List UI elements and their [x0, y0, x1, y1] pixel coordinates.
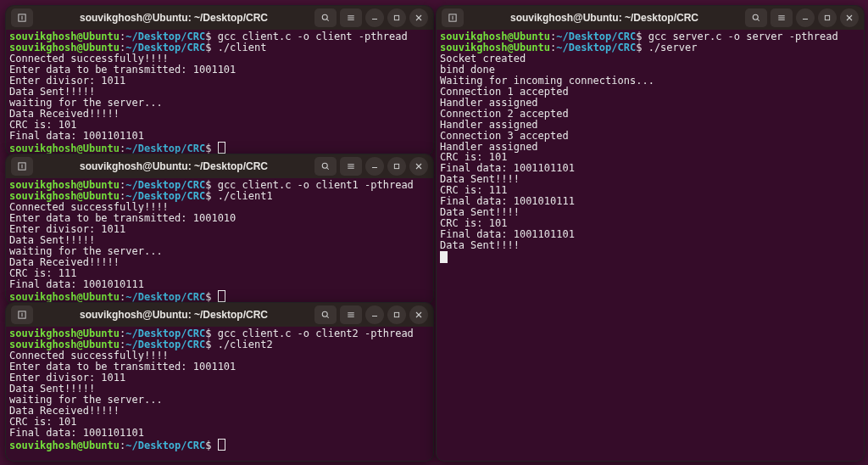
terminal-content-1[interactable]: souvikghosh@Ubuntu:~/Desktop/CRC$ gcc cl… — [6, 30, 433, 156]
svg-line-3 — [327, 20, 329, 21]
command-line: gcc client.c -o client -pthread — [218, 31, 408, 42]
cursor — [218, 439, 225, 451]
command-line: ./client2 — [218, 339, 273, 350]
maximize-button[interactable] — [387, 305, 406, 324]
svg-point-2 — [322, 14, 327, 20]
maximize-button[interactable] — [387, 157, 406, 176]
command-line: ./client — [218, 42, 267, 53]
terminal-output: Connected successfully!!!! Enter data to… — [9, 201, 236, 290]
terminal-output: Connected successfully!!!! Enter data to… — [9, 53, 236, 142]
close-button[interactable] — [409, 305, 428, 324]
terminal-window-2: souvikghosh@Ubuntu: ~/Desktop/CRC souvik… — [5, 154, 434, 305]
svg-point-24 — [322, 311, 327, 317]
menu-button[interactable] — [340, 305, 362, 324]
new-tab-button[interactable] — [11, 157, 33, 176]
terminal-content-2[interactable]: souvikghosh@Ubuntu:~/Desktop/CRC$ gcc cl… — [6, 178, 433, 305]
cursor — [218, 142, 225, 154]
cursor — [218, 290, 225, 302]
terminal-output: Socket created bind done Waiting for inc… — [440, 53, 654, 251]
svg-rect-19 — [394, 164, 398, 168]
svg-point-13 — [322, 163, 327, 168]
cursor — [440, 251, 448, 263]
terminal-window-4: souvikghosh@Ubuntu: ~/Desktop/CRC souvik… — [436, 5, 865, 462]
window-title: souvikghosh@Ubuntu: ~/Desktop/CRC — [36, 12, 311, 24]
close-button[interactable] — [840, 8, 859, 27]
minimize-button[interactable] — [365, 305, 384, 324]
svg-rect-30 — [394, 312, 398, 317]
menu-button[interactable] — [771, 8, 793, 27]
svg-line-25 — [327, 317, 329, 318]
search-button[interactable] — [314, 8, 337, 27]
command-line: gcc client.c -o client1 -pthread — [218, 179, 414, 191]
prompt-path: ~/Desktop/CRC — [125, 31, 205, 42]
terminal-window-1: souvikghosh@Ubuntu: ~/Desktop/CRC souvik… — [5, 5, 434, 156]
new-tab-button[interactable] — [442, 8, 464, 27]
minimize-button[interactable] — [796, 8, 815, 27]
window-title: souvikghosh@Ubuntu: ~/Desktop/CRC — [36, 160, 311, 172]
svg-line-14 — [327, 168, 329, 170]
minimize-button[interactable] — [365, 157, 384, 176]
titlebar-4[interactable]: souvikghosh@Ubuntu: ~/Desktop/CRC — [437, 6, 864, 30]
svg-point-35 — [753, 14, 758, 20]
search-button[interactable] — [745, 8, 767, 27]
prompt-user: souvikghosh@Ubuntu — [9, 31, 120, 42]
terminal-content-4[interactable]: souvikghosh@Ubuntu:~/Desktop/CRC$ gcc se… — [437, 30, 864, 267]
terminal-window-3: souvikghosh@Ubuntu: ~/Desktop/CRC souvik… — [5, 302, 434, 462]
new-tab-button[interactable] — [11, 305, 33, 324]
titlebar-2[interactable]: souvikghosh@Ubuntu: ~/Desktop/CRC — [6, 154, 433, 178]
maximize-button[interactable] — [818, 8, 837, 27]
minimize-button[interactable] — [365, 8, 384, 27]
close-button[interactable] — [409, 157, 428, 176]
command-line: gcc client.c -o client2 -pthread — [218, 328, 414, 339]
svg-rect-41 — [825, 15, 829, 20]
window-title: souvikghosh@Ubuntu: ~/Desktop/CRC — [467, 12, 742, 24]
command-line: ./client1 — [218, 190, 273, 202]
search-button[interactable] — [314, 157, 337, 176]
close-button[interactable] — [409, 8, 428, 27]
terminal-content-3[interactable]: souvikghosh@Ubuntu:~/Desktop/CRC$ gcc cl… — [6, 327, 433, 454]
terminal-output: Connected successfully!!!! Enter data to… — [9, 350, 236, 439]
window-title: souvikghosh@Ubuntu: ~/Desktop/CRC — [36, 309, 311, 321]
maximize-button[interactable] — [387, 8, 406, 27]
new-tab-button[interactable] — [11, 8, 33, 27]
search-button[interactable] — [314, 305, 337, 324]
command-line: gcc server.c -o server -pthread — [648, 31, 838, 42]
titlebar-1[interactable]: souvikghosh@Ubuntu: ~/Desktop/CRC — [6, 6, 433, 30]
svg-line-36 — [758, 20, 760, 21]
svg-rect-8 — [394, 15, 398, 20]
command-line: ./server — [648, 42, 698, 53]
menu-button[interactable] — [340, 8, 362, 27]
titlebar-3[interactable]: souvikghosh@Ubuntu: ~/Desktop/CRC — [6, 303, 433, 327]
menu-button[interactable] — [340, 157, 362, 176]
